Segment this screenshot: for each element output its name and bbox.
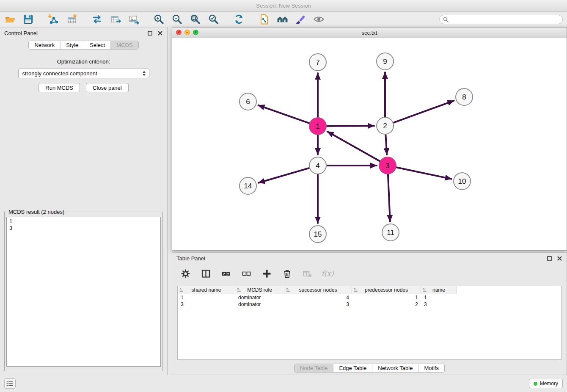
zoom-out-button[interactable] bbox=[171, 13, 183, 26]
status-bar: Memory bbox=[0, 375, 567, 392]
tab-mcds[interactable]: MCDS bbox=[110, 41, 138, 49]
apply-style-button[interactable] bbox=[294, 13, 307, 26]
node-2[interactable]: 2 bbox=[377, 117, 394, 134]
node-1[interactable]: 1 bbox=[309, 118, 326, 135]
first-neighbors-button[interactable] bbox=[258, 13, 270, 26]
create-column-button[interactable] bbox=[261, 268, 272, 279]
optimization-criterion-dropdown[interactable]: strongly connected component bbox=[18, 69, 149, 78]
control-panel-header: Control Panel bbox=[0, 28, 167, 39]
search-input[interactable] bbox=[451, 17, 559, 23]
maximize-window-button[interactable]: + bbox=[193, 30, 198, 35]
node-11[interactable]: 11 bbox=[382, 224, 399, 241]
node-8[interactable]: 8 bbox=[456, 88, 473, 105]
table-cell[interactable]: 1 bbox=[178, 295, 235, 301]
node-label: 15 bbox=[314, 230, 322, 238]
node-10[interactable]: 10 bbox=[454, 173, 471, 190]
close-control-panel-button[interactable] bbox=[157, 30, 163, 36]
zoom-in-button[interactable] bbox=[152, 13, 165, 26]
column-header-shared-name[interactable]: shared name bbox=[178, 286, 235, 294]
tab-motifs[interactable]: Motifs bbox=[418, 364, 444, 372]
table-cell[interactable]: 2 bbox=[352, 301, 421, 307]
close-panel-button[interactable]: Close panel bbox=[86, 83, 129, 92]
memory-button[interactable]: Memory bbox=[529, 379, 563, 388]
deselect-all-rows-button[interactable] bbox=[241, 268, 252, 279]
import-table-button[interactable] bbox=[65, 13, 78, 26]
node-9[interactable]: 9 bbox=[377, 53, 394, 70]
function-builder-button[interactable]: f(x) bbox=[322, 268, 333, 279]
show-column-button[interactable] bbox=[200, 268, 211, 279]
edge-4-14[interactable] bbox=[259, 168, 309, 183]
node-6[interactable]: 6 bbox=[239, 93, 256, 110]
edge-1-2[interactable] bbox=[327, 126, 374, 126]
table-cell[interactable]: dominator bbox=[235, 301, 284, 307]
tab-style[interactable]: Style bbox=[60, 41, 84, 49]
table-cell[interactable]: 3 bbox=[178, 301, 235, 307]
traffic-lights: × − + bbox=[176, 30, 198, 35]
close-window-button[interactable]: × bbox=[176, 30, 182, 35]
column-header-name[interactable]: name bbox=[421, 286, 457, 294]
tab-node-table[interactable]: Node Table bbox=[295, 364, 333, 372]
minimize-window-button[interactable]: − bbox=[184, 30, 190, 35]
close-icon bbox=[557, 256, 562, 261]
float-control-panel-button[interactable] bbox=[147, 30, 153, 36]
table-cell[interactable]: 1 bbox=[352, 295, 421, 301]
node-label: 9 bbox=[383, 58, 387, 66]
table-options-button[interactable] bbox=[180, 268, 191, 279]
edge-2-3[interactable] bbox=[385, 135, 387, 155]
network-window-titlebar[interactable]: × − + scc.txt bbox=[172, 28, 567, 38]
edge-3-1[interactable] bbox=[328, 132, 380, 161]
unchecked-boxes-icon bbox=[242, 269, 251, 279]
node-15[interactable]: 15 bbox=[309, 226, 326, 243]
home-button[interactable] bbox=[276, 13, 289, 26]
export-image-button[interactable] bbox=[127, 13, 140, 26]
table-cell[interactable]: 3 bbox=[421, 301, 457, 307]
table-cell[interactable]: dominator bbox=[235, 295, 284, 301]
save-session-button[interactable] bbox=[22, 13, 34, 26]
network-canvas[interactable]: 7968124314101511 bbox=[172, 38, 567, 250]
mcds-result-item[interactable]: 1 bbox=[9, 218, 158, 225]
column-header-mcds-role[interactable]: MCDS role bbox=[235, 286, 284, 294]
edge-3-11[interactable] bbox=[388, 174, 390, 221]
attribute-icon bbox=[286, 288, 290, 292]
tab-select[interactable]: Select bbox=[84, 41, 110, 49]
edge-3-10[interactable] bbox=[396, 167, 451, 179]
export-table-button[interactable] bbox=[109, 13, 121, 26]
node-14[interactable]: 14 bbox=[239, 177, 256, 194]
delete-column-button[interactable] bbox=[281, 268, 292, 279]
search-field[interactable] bbox=[439, 15, 563, 24]
edge-1-6[interactable] bbox=[259, 105, 310, 123]
task-list-icon bbox=[6, 381, 14, 387]
zoom-selected-button[interactable] bbox=[207, 13, 220, 26]
select-all-rows-button[interactable] bbox=[220, 268, 231, 279]
tab-network-table[interactable]: Network Table bbox=[372, 364, 418, 372]
node-4[interactable]: 4 bbox=[309, 157, 326, 174]
node-7[interactable]: 7 bbox=[309, 54, 326, 71]
table-row[interactable]: 1 dominator 4 1 1 bbox=[178, 294, 561, 301]
delete-table-button[interactable] bbox=[302, 268, 313, 279]
column-header-predecessor-nodes[interactable]: predecessor nodes bbox=[352, 286, 421, 294]
column-header-successor-nodes[interactable]: successor nodes bbox=[284, 286, 352, 294]
network-graph[interactable]: 7968124314101511 bbox=[172, 38, 567, 250]
task-history-button[interactable] bbox=[4, 378, 16, 389]
table-row[interactable]: 3 dominator 3 2 3 bbox=[178, 301, 561, 308]
edge-2-8[interactable] bbox=[394, 101, 454, 123]
show-graphics-details-button[interactable] bbox=[312, 13, 325, 26]
export-network-button[interactable] bbox=[91, 13, 103, 26]
table-cell[interactable]: 4 bbox=[284, 295, 352, 301]
mcds-result-item[interactable]: 3 bbox=[9, 225, 158, 232]
open-session-button[interactable] bbox=[3, 13, 16, 26]
table-cell[interactable]: 1 bbox=[421, 295, 457, 301]
mcds-result-list[interactable]: 1 3 bbox=[6, 217, 161, 367]
table-cell[interactable]: 3 bbox=[284, 301, 352, 307]
run-mcds-button[interactable]: Run MCDS bbox=[39, 83, 80, 92]
float-table-panel-button[interactable] bbox=[547, 256, 552, 261]
tab-network[interactable]: Network bbox=[29, 41, 60, 49]
tab-edge-table[interactable]: Edge Table bbox=[333, 364, 372, 372]
zoom-fit-button[interactable] bbox=[189, 13, 201, 26]
import-network-button[interactable] bbox=[47, 13, 60, 26]
memory-label: Memory bbox=[540, 381, 558, 386]
refresh-button[interactable] bbox=[232, 13, 245, 26]
export-table-icon bbox=[110, 14, 121, 25]
close-table-panel-button[interactable] bbox=[557, 256, 562, 261]
node-3[interactable]: 3 bbox=[379, 157, 396, 174]
